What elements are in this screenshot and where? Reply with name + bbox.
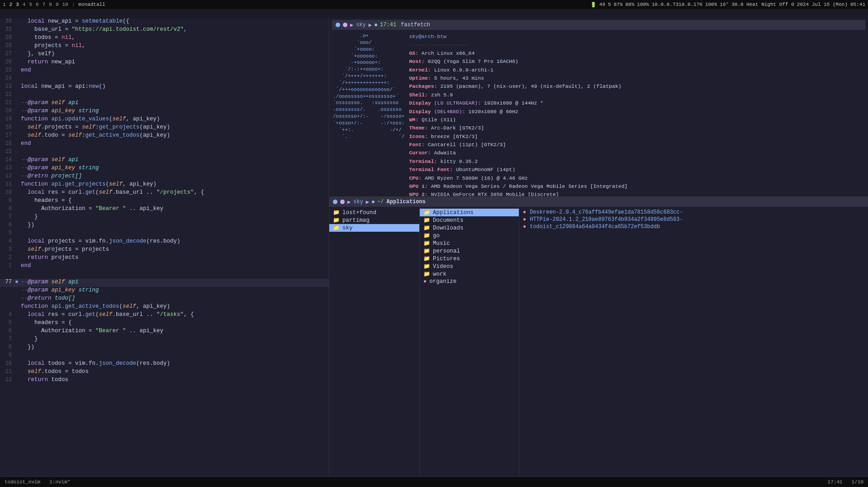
time-val: 05:41 — [850, 2, 865, 7]
code-line: 12 return todos — [0, 377, 329, 385]
bottom-position: 1:nvim* — [49, 479, 70, 485]
workspace-8[interactable]: 8 — [49, 2, 52, 7]
file-browser[interactable]: 📁 lost+found 📁 partimag 📁 sky � — [329, 207, 868, 476]
term-arrow2: ▶ — [369, 22, 372, 29]
fb-right-label: todoist_c129084a64a0434f4ca65b72ef53bddb — [530, 224, 660, 230]
fb-item-label: Videos — [433, 263, 453, 270]
code-line: 2 return projects — [0, 254, 329, 263]
topbar: 1 2 3 4 5 6 7 8 9 10 | monadtall 🔋 49 5 … — [0, 0, 868, 9]
fb-item-pictures[interactable]: 📁 Pictures — [420, 255, 519, 263]
code-line: 11 function api.get_projects(self, api_k… — [0, 181, 329, 189]
term-arrow: ▶ — [350, 22, 353, 29]
fb-item-music[interactable]: 📁 Music — [420, 239, 519, 247]
bottom-statusbar: todoist_nvim 1:nvim* 17:41 1/10 — [0, 477, 868, 487]
code-line: 1 end — [0, 263, 329, 271]
code-line: 28 projects = nil, — [0, 43, 329, 51]
folder-icon: 📁 — [423, 248, 430, 254]
prompt-path-bold: Applications — [386, 199, 425, 205]
term-dot-purple3 — [340, 200, 345, 204]
error-icon: ● — [423, 278, 427, 285]
code-line: 13 --@param api_key string — [0, 165, 329, 173]
fb-item-downloads[interactable]: 📁 Downloads — [420, 224, 519, 232]
fb-item-organize[interactable]: ● organize — [420, 278, 519, 285]
fb-right-item-1[interactable]: ● Deskreen-2.0.4_c76affb449efae1da78158d… — [523, 209, 864, 216]
scale-val: 100% — [637, 2, 649, 7]
code-line: 12 --@retrn project[] — [0, 173, 329, 181]
term-dot-purple — [343, 23, 347, 27]
code-line: 19 function api.update_values(self, api_… — [0, 116, 329, 124]
fb-item-work[interactable]: 📁 work — [420, 270, 519, 278]
workspace-6[interactable]: 6 — [36, 2, 39, 7]
code-line: 11 self.todos = todos — [0, 368, 329, 377]
fb-item-sky[interactable]: 📁 sky — [329, 224, 419, 232]
topbar-left: 1 2 3 4 5 6 7 8 9 10 | monadtall — [3, 2, 105, 7]
fb-right-item-2[interactable]: ● HTTPie-2024.1.2_210ae89763f4b934a2f348… — [523, 216, 864, 223]
brightness-val: 5 — [608, 2, 611, 7]
error-icon: ● — [523, 209, 526, 215]
code-line: function api.get_active_todos(self, api_… — [0, 303, 329, 311]
bottom-time: 17:41 — [828, 479, 843, 485]
topbar-right: 🔋 49 5 87% 80% 100% 10.0.0.7310.0.176 10… — [590, 2, 865, 8]
fastfetch-content: .o+ `ooo/ `+oooo: `+oooooo: -+oooooo+: `… — [332, 31, 865, 196]
term-dot-sky3 — [333, 200, 337, 204]
fb-item-label: work — [433, 271, 446, 277]
date-val: 2024 Jul 15 (Mon) — [797, 2, 848, 7]
term-arrow6: ▶ — [366, 199, 369, 205]
fb-right-item-3[interactable]: ● todoist_c129084a64a0434f4ca65b72ef53bd… — [523, 223, 864, 230]
battery-icon: 🔋 — [590, 2, 597, 8]
bottombar-left: todoist_nvim 1:nvim* — [5, 479, 70, 485]
workspace-5[interactable]: 5 — [29, 2, 32, 7]
prompt-path: ~/ — [377, 199, 384, 205]
fb-item-documents[interactable]: 📁 Documents — [420, 216, 519, 224]
code-line: 29 todos = nil, — [0, 34, 329, 43]
code-line: 21 --@param self api — [0, 100, 329, 108]
fb-middle-panel: 📁 Applications 📁 Documents 📁 Downloads 📁… — [420, 207, 519, 476]
editor-content[interactable]: 30 local new_api = setmetatable({ 31 bas… — [0, 18, 329, 476]
term-time: 17:41 — [380, 22, 396, 28]
folder-icon: 📁 — [423, 217, 430, 224]
main-layout: 30 local new_api = setmetatable({ 31 bas… — [0, 18, 868, 486]
fb-item-partimag[interactable]: 📁 partimag — [329, 216, 419, 224]
fb-item-videos[interactable]: 📁 Videos — [420, 263, 519, 270]
fb-item-label: organize — [429, 278, 456, 285]
workspace-1[interactable]: 1 — [3, 2, 6, 7]
fb-right-label: Deskreen-2.0.4_c76affb449efae1da78158d56… — [530, 209, 683, 215]
fastfetch-terminal[interactable]: ▶ sky ▶ 17:41 fastfetch .o+ `ooo/ `+oooo… — [329, 18, 868, 196]
folder-icon: 📁 — [333, 217, 340, 224]
code-line: 4 local projects = vim.fn.json_decode(re… — [0, 238, 329, 246]
fb-item-personal[interactable]: 📁 personal — [420, 247, 519, 255]
folder-icon: 📁 — [423, 263, 430, 270]
fb-item-label: Downloads — [433, 225, 464, 231]
fastfetch-info: sky@arch-btw ------------------- OS: Arc… — [409, 33, 864, 196]
code-line: 20 --@param api_key string — [0, 108, 329, 116]
wm-name: monadtall — [78, 2, 105, 7]
code-line: 9 — [0, 352, 329, 360]
workspace-7[interactable]: 7 — [43, 2, 46, 7]
term-dot-small — [375, 24, 377, 26]
workspace-3[interactable]: 3 — [16, 2, 19, 7]
folder-icon: 📁 — [333, 209, 340, 216]
code-line: 26 return new_api — [0, 59, 329, 67]
heatnight-val: 30.0 Heat Night Off 0 — [731, 2, 794, 7]
code-line: 5 — [0, 230, 329, 238]
fb-item-lost[interactable]: 📁 lost+found — [329, 209, 419, 216]
code-line: 8 }) — [0, 344, 329, 352]
code-line: 15 — [0, 148, 329, 157]
fb-item-label: Music — [433, 240, 450, 247]
fb-item-go[interactable]: 📁 go — [420, 232, 519, 239]
workspace-9[interactable]: 9 — [56, 2, 59, 7]
fb-item-applications[interactable]: 📁 Applications — [420, 209, 519, 216]
code-line: 8 Authorization = "Bearer " .. api_key — [0, 205, 329, 214]
code-line: 14 --@param self api — [0, 157, 329, 165]
code-line: 6 }) — [0, 222, 329, 230]
fb-item-label: partimag — [342, 217, 370, 224]
workspace-10[interactable]: 10 — [62, 2, 68, 7]
workspace-4[interactable]: 4 — [23, 2, 26, 7]
fb-item-label: Documents — [433, 217, 464, 224]
folder-icon: 📁 — [423, 224, 430, 231]
code-line — [0, 271, 329, 279]
folder-icon: 📁 — [423, 255, 430, 262]
code-line: 7 } — [0, 336, 329, 344]
workspace-2[interactable]: 2 — [9, 2, 13, 7]
code-line: 3 self.projects = projects — [0, 246, 329, 254]
